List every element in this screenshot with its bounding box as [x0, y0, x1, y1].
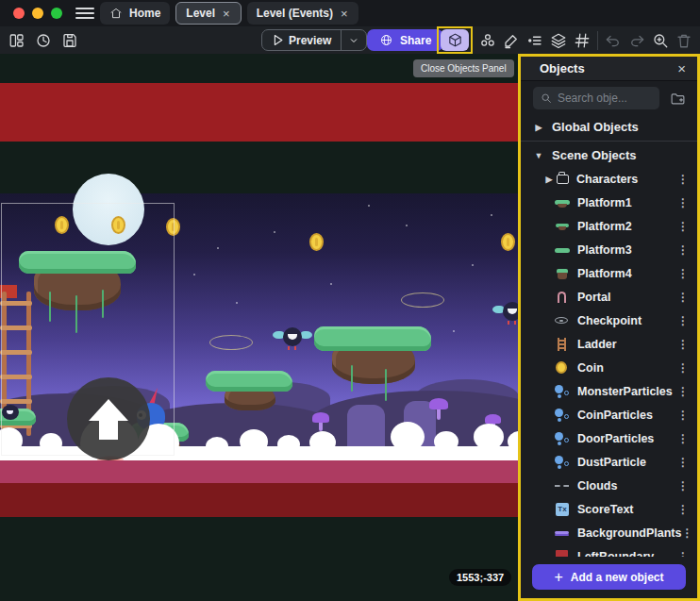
chevron-down-icon[interactable]: [342, 35, 366, 46]
object-row-backgroundplants[interactable]: BackgroundPlants⋮: [521, 521, 697, 544]
kebab-menu-icon[interactable]: ⋮: [677, 173, 689, 186]
kebab-menu-icon[interactable]: ⋮: [677, 196, 689, 209]
object-groups-icon[interactable]: [476, 29, 499, 52]
particles-icon: [555, 384, 570, 399]
kebab-menu-icon[interactable]: ⋮: [677, 456, 689, 469]
toolbar: Preview Share: [0, 26, 700, 54]
object-row-platform4[interactable]: Platform4⋮: [521, 261, 697, 285]
platform3-icon: [555, 242, 570, 258]
add-folder-icon[interactable]: [667, 88, 688, 109]
cloud-outline-sprite[interactable]: [209, 335, 253, 350]
search-input[interactable]: [558, 92, 652, 105]
preview-button[interactable]: Preview: [261, 29, 367, 51]
instances-list-icon[interactable]: [524, 29, 546, 52]
object-row-clouds[interactable]: Clouds⋮: [521, 474, 697, 497]
object-row-coin[interactable]: Coin⋮: [521, 356, 697, 379]
tab-label: Level: [186, 7, 215, 20]
history-icon[interactable]: [32, 29, 55, 52]
search-box[interactable]: [533, 87, 659, 109]
grid-icon[interactable]: [571, 29, 593, 52]
coin-sprite[interactable]: [309, 233, 324, 251]
kebab-menu-icon[interactable]: ⋮: [677, 550, 689, 558]
object-row-coinparticles[interactable]: CoinParticles⋮: [521, 403, 697, 426]
tooltip: Close Objects Panel: [413, 59, 514, 77]
objects-panel-title: Objects: [540, 61, 585, 75]
add-object-button[interactable]: + Add a new object: [532, 564, 686, 590]
kebab-menu-icon[interactable]: ⋮: [677, 385, 689, 398]
share-button[interactable]: Share: [367, 29, 443, 51]
object-row-monsterparticles[interactable]: MonsterParticles⋮: [521, 379, 697, 403]
monster-sprite[interactable]: [500, 300, 518, 323]
search-icon: [541, 92, 552, 105]
kebab-menu-icon[interactable]: ⋮: [677, 314, 689, 327]
maximize-window-icon[interactable]: [51, 8, 62, 19]
object-row-characters[interactable]: ▶Characters⋮: [521, 167, 697, 191]
platform2-icon: [555, 219, 570, 234]
layers-icon[interactable]: [547, 29, 570, 52]
object-label: DustParticle: [577, 456, 646, 469]
object-row-dustparticle[interactable]: DustParticle⋮: [521, 450, 697, 474]
kebab-menu-icon[interactable]: ⋮: [677, 409, 689, 422]
objects-panel-cube-icon[interactable]: [441, 29, 469, 51]
cloud-outline-sprite[interactable]: [401, 292, 444, 308]
tab-level-events[interactable]: Level (Events) ×: [247, 2, 358, 25]
kebab-menu-icon[interactable]: ⋮: [677, 243, 689, 257]
undo-icon[interactable]: [602, 29, 625, 52]
window-controls[interactable]: [13, 8, 62, 19]
object-row-leftboundary[interactable]: LeftBoundary⋮: [521, 544, 697, 557]
zoom-in-icon[interactable]: [649, 29, 672, 52]
object-row-ladder[interactable]: Ladder⋮: [521, 332, 697, 356]
object-row-portal[interactable]: Portal⋮: [521, 285, 697, 309]
scene-canvas[interactable]: 1553;-337: [0, 54, 518, 601]
kebab-menu-icon[interactable]: ⋮: [677, 503, 689, 516]
minimize-window-icon[interactable]: [32, 8, 43, 19]
globe-icon: [379, 33, 393, 47]
kebab-menu-icon[interactable]: ⋮: [677, 432, 689, 445]
app-window: Home Level × Level (Events) ×: [0, 0, 700, 601]
kebab-menu-icon[interactable]: ⋮: [681, 526, 692, 540]
platform-sprite[interactable]: [206, 371, 292, 392]
mushroom-sprite: [485, 414, 501, 424]
kebab-menu-icon[interactable]: ⋮: [677, 291, 689, 304]
particles-icon: [555, 431, 570, 446]
object-row-checkpoint[interactable]: Checkpoint⋮: [521, 309, 697, 332]
kebab-menu-icon[interactable]: ⋮: [677, 361, 689, 375]
objects-panel-highlight: [437, 26, 473, 54]
object-row-scoretext[interactable]: TxScoreText⋮: [521, 497, 697, 521]
object-row-platform3[interactable]: Platform3⋮: [521, 238, 697, 261]
object-label: LeftBoundary: [577, 550, 654, 558]
kebab-menu-icon[interactable]: ⋮: [677, 267, 689, 280]
object-row-doorparticles[interactable]: DoorParticles⋮: [521, 426, 697, 450]
menu-icon[interactable]: [75, 8, 94, 19]
kebab-menu-icon[interactable]: ⋮: [677, 220, 689, 233]
save-icon[interactable]: [58, 29, 81, 52]
top-boundary-band: [0, 83, 518, 142]
jump-control-sprite[interactable]: [67, 377, 150, 460]
edit-icon[interactable]: [500, 29, 523, 52]
close-tab-icon[interactable]: ×: [340, 7, 349, 21]
tab-level[interactable]: Level ×: [175, 2, 241, 25]
tab-home[interactable]: Home: [100, 2, 170, 25]
ladder-icon: [555, 337, 570, 352]
close-panel-icon[interactable]: ×: [677, 60, 686, 76]
tree-group-global[interactable]: ▶ Global Objects: [521, 115, 697, 139]
object-row-platform1[interactable]: Platform1⋮: [521, 191, 697, 214]
object-label: Coin: [577, 361, 604, 375]
platform-sprite[interactable]: [314, 326, 431, 351]
trash-icon[interactable]: [673, 29, 695, 52]
object-label: Platform4: [577, 267, 632, 280]
kebab-menu-icon[interactable]: ⋮: [677, 338, 689, 351]
coin-sprite[interactable]: [501, 233, 515, 251]
kebab-menu-icon[interactable]: ⋮: [677, 479, 689, 492]
close-window-icon[interactable]: [13, 8, 25, 19]
objects-panel-header: Objects ×: [521, 57, 697, 81]
folder-icon: [557, 175, 569, 184]
monster-sprite[interactable]: [280, 326, 305, 348]
search-row: [521, 81, 697, 115]
tree-group-scene[interactable]: ▼ Scene Objects: [521, 143, 697, 167]
projects-panel-icon[interactable]: [6, 29, 28, 52]
redo-icon[interactable]: [625, 29, 648, 52]
close-tab-icon[interactable]: ×: [222, 7, 231, 21]
mushroom-sprite: [429, 398, 448, 409]
object-row-platform2[interactable]: Platform2⋮: [521, 214, 697, 238]
